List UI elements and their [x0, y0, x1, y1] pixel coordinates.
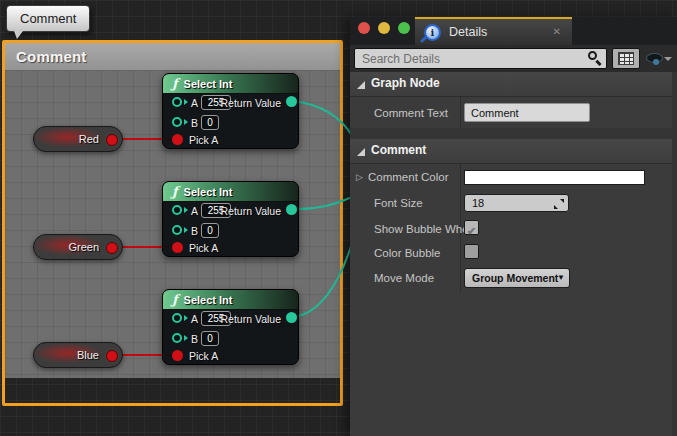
row-font-size: Font Size 18: [350, 190, 677, 216]
pick-a-label: Pick A: [189, 134, 218, 146]
section-comment[interactable]: Comment: [350, 139, 677, 164]
move-mode-dropdown[interactable]: Group Movement ▼: [464, 268, 570, 288]
comment-tooltip-tail: [14, 31, 23, 39]
return-value-label: Return Value: [220, 205, 281, 217]
select-int-node-3-header[interactable]: ƒ Select Int: [163, 290, 298, 310]
pick-a-pin[interactable]: [172, 242, 183, 253]
row-move-mode: Move Mode Group Movement ▼: [350, 264, 677, 292]
variable-output-pin[interactable]: [106, 134, 118, 146]
variable-label: Red: [79, 133, 99, 145]
pin-a-chevron-icon: [184, 207, 188, 213]
pick-a-pin[interactable]: [172, 134, 183, 145]
eye-icon: [646, 53, 663, 63]
pin-a-chevron-icon: [184, 315, 188, 321]
chevron-down-icon: [664, 57, 672, 61]
details-panel: i Details ✕: [350, 17, 677, 436]
return-value-pin[interactable]: [286, 204, 297, 215]
property-matrix-button[interactable]: [612, 48, 640, 69]
pin-b-chevron-icon: [184, 119, 188, 125]
return-value-pin[interactable]: [286, 312, 297, 323]
pick-a-label: Pick A: [189, 242, 218, 254]
comment-tooltip-text: Comment: [20, 11, 76, 26]
scrollbar-track[interactable]: [672, 72, 677, 436]
section-gap: [350, 128, 677, 139]
value-drag-icon[interactable]: [554, 199, 564, 209]
comment-group-header[interactable]: Comment: [5, 43, 340, 70]
node-title: Select Int: [184, 78, 233, 90]
return-value-pin[interactable]: [286, 96, 297, 107]
row-show-bubble-when: Show Bubble When ✔: [350, 216, 677, 241]
search-input[interactable]: [354, 48, 607, 69]
select-int-node-1-header[interactable]: ƒ Select Int: [163, 74, 298, 94]
window-minimize-button[interactable]: [378, 22, 390, 34]
pin-a-input[interactable]: [172, 97, 182, 107]
row-color-bubble: Color Bubble: [350, 241, 677, 264]
pin-b-input[interactable]: [172, 333, 182, 343]
font-size-field[interactable]: 18: [464, 194, 569, 212]
pin-b-value-field[interactable]: 0: [201, 223, 219, 238]
variable-output-pin[interactable]: [106, 350, 118, 362]
view-options-button[interactable]: [646, 50, 672, 67]
details-body: Graph Node Comment Text Comment ▷ Commen…: [350, 72, 677, 436]
pin-a-label: A: [191, 205, 198, 217]
row-comment-color: ▷ Comment Color: [350, 164, 677, 190]
pick-a-pin[interactable]: [172, 350, 183, 361]
select-int-node-2[interactable]: ƒ Select Int A 255 Return Value B 0 Pick…: [162, 181, 299, 257]
pin-b-input[interactable]: [172, 225, 182, 235]
comment-color-swatch[interactable]: [464, 170, 645, 185]
pin-b-chevron-icon: [184, 335, 188, 341]
pin-b-label: B: [191, 117, 198, 129]
section-expanded-icon[interactable]: [357, 148, 365, 156]
blueprint-editor: Comment ƒ Select Int A 255 Return Value …: [0, 0, 677, 436]
comment-text-field[interactable]: [464, 103, 590, 122]
dropdown-caret-icon: ▼: [557, 273, 565, 282]
tab-close-icon[interactable]: ✕: [553, 26, 561, 37]
pin-a-chevron-icon: [184, 99, 188, 105]
select-int-node-2-header[interactable]: ƒ Select Int: [163, 182, 298, 202]
node-title: Select Int: [184, 294, 233, 306]
row-comment-text: Comment Text: [350, 97, 677, 128]
pin-a-label: A: [191, 313, 198, 325]
pin-a-label: A: [191, 97, 198, 109]
return-value-label: Return Value: [220, 97, 281, 109]
check-icon: ✔: [467, 225, 476, 237]
pin-b-label: B: [191, 225, 198, 237]
section-expanded-icon[interactable]: [357, 81, 365, 89]
window-close-button[interactable]: [358, 22, 370, 34]
comment-group-title: Comment: [16, 48, 87, 65]
pin-b-label: B: [191, 333, 198, 345]
variable-node-green[interactable]: Green: [33, 234, 123, 260]
pin-b-value-field[interactable]: 0: [201, 331, 219, 346]
details-info-icon: i: [424, 24, 441, 41]
show-bubble-when-checkbox[interactable]: ✔: [464, 220, 479, 235]
tab-details[interactable]: i Details ✕: [415, 17, 572, 45]
function-icon: ƒ: [172, 77, 178, 90]
search-toolbar: [350, 45, 677, 72]
row-collapsed-icon[interactable]: ▷: [356, 172, 363, 182]
node-title: Select Int: [184, 186, 233, 198]
pick-a-label: Pick A: [189, 350, 218, 362]
variable-label: Green: [68, 241, 99, 253]
select-int-node-1[interactable]: ƒ Select Int A 255 Return Value B 0 Pick…: [162, 73, 299, 149]
pin-b-chevron-icon: [184, 227, 188, 233]
function-icon: ƒ: [172, 185, 178, 198]
variable-label: Blue: [77, 349, 99, 361]
grid-icon: [618, 52, 634, 65]
function-icon: ƒ: [172, 293, 178, 306]
variable-output-pin[interactable]: [106, 242, 118, 254]
section-graph-node[interactable]: Graph Node: [350, 72, 677, 97]
panel-title-bar[interactable]: i Details ✕: [350, 17, 677, 45]
comment-tooltip: Comment: [6, 5, 90, 32]
pin-a-input[interactable]: [172, 313, 182, 323]
pin-b-value-field[interactable]: 0: [201, 115, 219, 130]
pin-a-input[interactable]: [172, 205, 182, 215]
color-bubble-checkbox[interactable]: [464, 244, 479, 259]
window-zoom-button[interactable]: [398, 22, 410, 34]
search-icon: [587, 51, 602, 66]
tab-details-label: Details: [449, 25, 487, 39]
variable-node-blue[interactable]: Blue: [33, 342, 123, 368]
pin-b-input[interactable]: [172, 117, 182, 127]
return-value-label: Return Value: [220, 313, 281, 325]
select-int-node-3[interactable]: ƒ Select Int A 255 Return Value B 0 Pick…: [162, 289, 299, 365]
variable-node-red[interactable]: Red: [33, 126, 123, 152]
